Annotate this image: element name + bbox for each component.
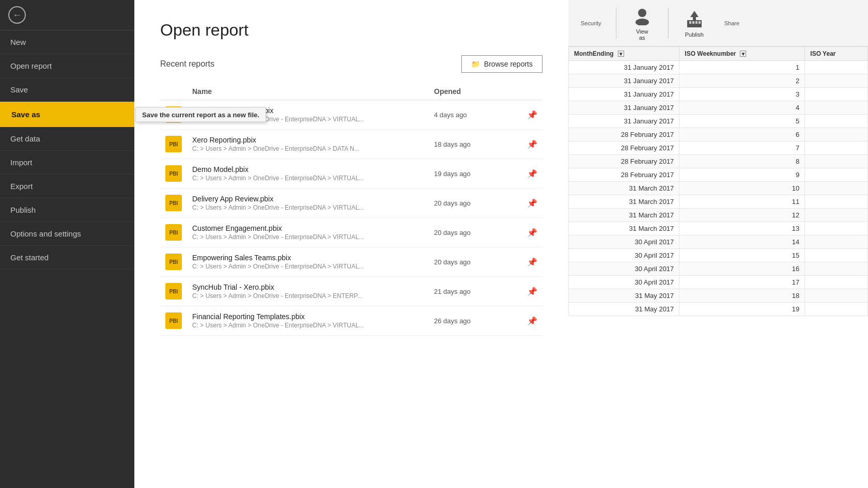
- data-row: 31 January 2017 4: [569, 101, 868, 115]
- pin-icon[interactable]: 📌: [527, 140, 537, 149]
- col-pin: [522, 83, 542, 100]
- month-ending-cell: 31 January 2017: [569, 74, 679, 88]
- month-ending-cell: 31 March 2017: [569, 182, 679, 195]
- svg-point-1: [636, 19, 649, 25]
- report-row[interactable]: PBI Financial Reporting Templates.pbix C…: [160, 306, 542, 336]
- month-ending-filter-icon[interactable]: ▼: [618, 51, 624, 57]
- col-iso-weeknumber[interactable]: ISO Weeknumber ▼: [679, 47, 805, 61]
- iso-year-cell: [805, 168, 868, 182]
- pin-cell[interactable]: 📌: [522, 188, 542, 218]
- right-table-area[interactable]: MonthEnding ▼ ISO Weeknumber ▼ ISO Year: [568, 46, 868, 488]
- month-ending-cell: 31 March 2017: [569, 195, 679, 209]
- file-icon: PBI: [165, 165, 182, 182]
- sidebar-item-new[interactable]: New: [0, 30, 134, 54]
- file-name: Financial Reporting Templates.pbix: [192, 312, 364, 321]
- opened-cell: 20 days ago: [429, 218, 522, 247]
- report-row[interactable]: PBI Empowering Sales Teams.pbix C: > Use…: [160, 247, 542, 277]
- pin-cell[interactable]: 📌: [522, 100, 542, 130]
- pin-cell[interactable]: 📌: [522, 218, 542, 247]
- pin-icon[interactable]: 📌: [527, 111, 537, 119]
- pin-icon[interactable]: 📌: [527, 228, 537, 237]
- month-ending-cell: 31 May 2017: [569, 289, 679, 303]
- sidebar-item-get-started[interactable]: Get started: [0, 246, 134, 270]
- report-row[interactable]: PBI Optical Data - Model.pbix C: > Users…: [160, 100, 542, 130]
- pin-icon[interactable]: 📌: [527, 317, 537, 325]
- sidebar-item-publish[interactable]: Publish: [0, 198, 134, 222]
- month-ending-cell: 30 April 2017: [569, 235, 679, 249]
- file-icon: PBI: [165, 106, 182, 123]
- iso-year-cell: [805, 235, 868, 249]
- sidebar-item-export[interactable]: Export: [0, 175, 134, 198]
- browse-btn-label: Browse reports: [484, 60, 533, 68]
- file-name: Customer Engagement.pbix: [192, 224, 364, 232]
- toolbar-separator-1: [616, 8, 616, 39]
- data-row: 31 January 2017 5: [569, 115, 868, 128]
- opened-cell: 21 days ago: [429, 277, 522, 306]
- iso-weeknumber-cell: 8: [679, 155, 805, 168]
- pin-icon[interactable]: 📌: [527, 287, 537, 296]
- reports-table: Name Opened PBI Optical Data - Model.pbi…: [160, 83, 542, 336]
- file-name-cell: Customer Engagement.pbix C: > Users > Ad…: [187, 218, 429, 247]
- file-name: Xero Reporting.pbix: [192, 136, 360, 144]
- iso-year-cell: [805, 115, 868, 128]
- security-group: Security: [577, 18, 606, 28]
- data-row: 31 March 2017 13: [569, 222, 868, 235]
- pin-icon[interactable]: 📌: [527, 169, 537, 178]
- file-icon: PBI: [165, 312, 182, 329]
- report-row[interactable]: PBI Xero Reporting.pbix C: > Users > Adm…: [160, 130, 542, 159]
- iso-weeknumber-cell: 15: [679, 249, 805, 262]
- sidebar-item-save[interactable]: Save: [0, 78, 134, 102]
- pin-cell[interactable]: 📌: [522, 159, 542, 188]
- back-button[interactable]: ←: [0, 0, 134, 30]
- sidebar: ← NewOpen reportSaveSave asSave the curr…: [0, 0, 134, 488]
- open-report-panel: Open report Recent reports 📁 Browse repo…: [134, 0, 568, 488]
- iso-weeknumber-cell: 12: [679, 209, 805, 222]
- pin-cell[interactable]: 📌: [522, 130, 542, 159]
- month-ending-cell: 30 April 2017: [569, 249, 679, 262]
- svg-rect-4: [692, 21, 694, 24]
- iso-year-cell: [805, 101, 868, 115]
- data-row: 28 February 2017 8: [569, 155, 868, 168]
- sidebar-item-open-report[interactable]: Open report: [0, 54, 134, 78]
- share-label: Share: [724, 20, 739, 26]
- view-as-icon: [632, 6, 653, 26]
- file-icon-cell: PBI: [160, 188, 187, 218]
- iso-year-cell: [805, 222, 868, 235]
- file-icon: PBI: [165, 224, 182, 241]
- svg-rect-5: [695, 21, 698, 24]
- svg-marker-7: [690, 11, 699, 17]
- iso-year-cell: [805, 209, 868, 222]
- iso-year-cell: [805, 155, 868, 168]
- iso-weeknumber-filter-icon[interactable]: ▼: [740, 51, 746, 57]
- col-month-ending[interactable]: MonthEnding ▼: [569, 47, 679, 61]
- svg-rect-6: [699, 21, 701, 24]
- publish-button[interactable]: Publish: [679, 7, 710, 40]
- view-as-button[interactable]: Viewas: [627, 4, 658, 43]
- pin-cell[interactable]: 📌: [522, 247, 542, 277]
- report-row[interactable]: PBI Delivery App Review.pbix C: > Users …: [160, 188, 542, 218]
- pin-icon[interactable]: 📌: [527, 199, 537, 208]
- iso-weeknumber-cell: 1: [679, 61, 805, 74]
- report-row[interactable]: PBI Customer Engagement.pbix C: > Users …: [160, 218, 542, 247]
- right-toolbar: Security Viewas: [568, 0, 868, 46]
- file-name-cell: Delivery App Review.pbix C: > Users > Ad…: [187, 188, 429, 218]
- data-row: 31 May 2017 18: [569, 289, 868, 303]
- pin-cell[interactable]: 📌: [522, 306, 542, 336]
- report-row[interactable]: PBI SyncHub Trial - Xero.pbix C: > Users…: [160, 277, 542, 306]
- file-path: C: > Users > Admin > OneDrive - Enterpri…: [192, 322, 364, 329]
- pin-cell[interactable]: 📌: [522, 277, 542, 306]
- opened-cell: 19 days ago: [429, 159, 522, 188]
- sidebar-item-get-data[interactable]: Get data: [0, 127, 134, 151]
- col-icon: [160, 83, 187, 100]
- file-name-cell: Optical Data - Model.pbix C: > Users > A…: [187, 100, 429, 130]
- sidebar-item-save-as[interactable]: Save asSave the current report as a new …: [0, 102, 134, 127]
- pin-icon[interactable]: 📌: [527, 258, 537, 266]
- file-name: Delivery App Review.pbix: [192, 195, 364, 203]
- report-row[interactable]: PBI Demo Model.pbix C: > Users > Admin >…: [160, 159, 542, 188]
- iso-weeknumber-cell: 2: [679, 74, 805, 88]
- file-icon-cell: PBI: [160, 247, 187, 277]
- browse-reports-button[interactable]: 📁 Browse reports: [461, 55, 542, 73]
- col-iso-year[interactable]: ISO Year: [805, 47, 868, 61]
- sidebar-item-options-settings[interactable]: Options and settings: [0, 222, 134, 246]
- sidebar-item-import[interactable]: Import: [0, 151, 134, 175]
